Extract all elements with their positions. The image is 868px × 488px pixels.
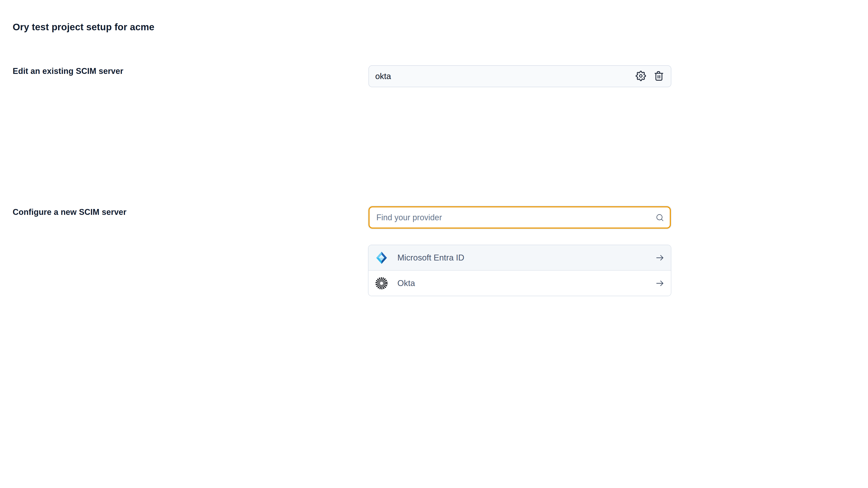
provider-search-input[interactable] xyxy=(368,206,671,229)
edit-section-heading: Edit an existing SCIM server xyxy=(13,66,123,76)
okta-logo xyxy=(375,277,388,290)
provider-search xyxy=(368,206,671,229)
server-delete-button[interactable] xyxy=(654,71,664,82)
server-name: okta xyxy=(375,72,391,81)
provider-list: Microsoft Entra ID Okta xyxy=(368,245,671,296)
arrow-right-icon xyxy=(655,279,664,288)
provider-label: Microsoft Entra ID xyxy=(397,253,464,263)
provider-label: Okta xyxy=(397,279,415,288)
server-settings-button[interactable] xyxy=(636,71,646,82)
trash-icon xyxy=(654,71,664,82)
gear-icon xyxy=(636,71,646,82)
page-title: Ory test project setup for acme xyxy=(13,22,154,33)
provider-row-okta[interactable]: Okta xyxy=(368,270,671,296)
configure-section-heading: Configure a new SCIM server xyxy=(13,207,127,217)
arrow-right-icon xyxy=(655,253,664,263)
existing-server-card: okta xyxy=(368,65,671,87)
provider-row-microsoft-entra-id[interactable]: Microsoft Entra ID xyxy=(368,245,671,270)
scim-setup-page: Ory test project setup for acme Edit an … xyxy=(0,0,868,488)
microsoft-entra-id-logo xyxy=(375,252,388,264)
